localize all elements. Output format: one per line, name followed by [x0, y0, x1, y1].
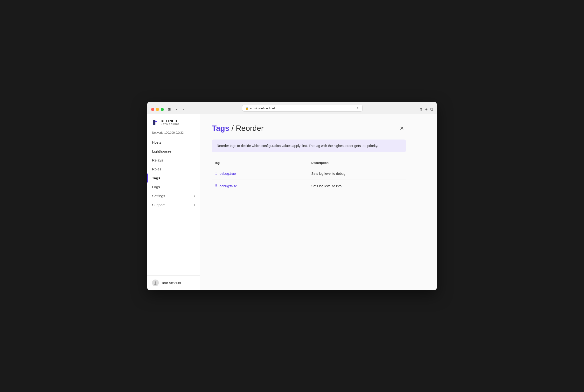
- chevron-down-icon-support: ▾: [194, 203, 195, 206]
- logo-sub-text: NETWORKING: [161, 123, 179, 126]
- network-label: Network: 100.100.0.0/22: [147, 130, 200, 138]
- share-button[interactable]: ⬆: [419, 107, 423, 112]
- page-header: Tags / Reorder ✕: [212, 124, 406, 133]
- app-layout: DEFINED NETWORKING Network: 100.100.0.0/…: [147, 114, 437, 290]
- page-title: Tags / Reorder: [212, 124, 264, 133]
- desc-cell-0: Sets log level to debug: [309, 168, 406, 179]
- svg-point-2: [155, 282, 156, 283]
- forward-button[interactable]: ›: [181, 107, 185, 112]
- logo-icon: [152, 119, 159, 126]
- drag-handle-icon-1[interactable]: ⠿: [214, 184, 217, 188]
- lock-icon: 🔒: [245, 107, 249, 110]
- sidebar-item-tags[interactable]: Tags: [147, 174, 200, 182]
- browser-action-buttons: ⬆ ＋ ⧉: [419, 107, 433, 112]
- main-content: Tags / Reorder ✕ Reorder tags to decide …: [200, 114, 437, 290]
- table-header: Tag Description: [212, 161, 406, 167]
- new-tab-button[interactable]: ＋: [425, 107, 428, 112]
- page-container: Tags / Reorder ✕ Reorder tags to decide …: [200, 114, 418, 202]
- sidebar-item-hosts-label: Hosts: [152, 140, 195, 144]
- tag-cell-0: ⠿ debug:true: [212, 168, 309, 179]
- sidebar-item-support-label: Support: [152, 203, 194, 207]
- drag-handle-icon[interactable]: ⠿: [214, 171, 217, 176]
- sidebar-item-roles-label: Roles: [152, 167, 195, 171]
- url-text: admin.defined.net: [250, 106, 275, 110]
- title-separator: / Reorder: [229, 124, 264, 132]
- col-header-description: Description: [309, 161, 406, 164]
- svg-rect-0: [153, 120, 155, 125]
- account-footer[interactable]: Your Account: [147, 276, 200, 290]
- sidebar-toggle-button[interactable]: ⊞: [167, 107, 172, 112]
- chevron-down-icon: ▾: [194, 194, 195, 198]
- account-label: Your Account: [161, 281, 181, 285]
- close-traffic-light[interactable]: [151, 108, 154, 111]
- sidebar-item-relays-label: Relays: [152, 158, 195, 162]
- tags-link[interactable]: Tags: [212, 124, 229, 132]
- back-button[interactable]: ‹: [175, 107, 179, 112]
- browser-controls-row: ⊞ ‹ › 🔒 admin.defined.net ↻ ⬆ ＋ ⧉: [151, 105, 433, 114]
- avatar: [152, 280, 159, 286]
- table-row: ⠿ debug:true Sets log level to debug: [212, 167, 406, 180]
- tabs-button[interactable]: ⧉: [430, 107, 433, 112]
- browser-window: ⊞ ‹ › 🔒 admin.defined.net ↻ ⬆ ＋ ⧉: [147, 102, 437, 290]
- close-button[interactable]: ✕: [398, 124, 406, 132]
- logo-main-text: DEFINED: [161, 119, 179, 123]
- svg-point-3: [154, 284, 157, 285]
- sidebar-item-tags-label: Tags: [152, 176, 195, 180]
- col-header-tag: Tag: [212, 161, 309, 164]
- tag-name-0[interactable]: debug:true: [220, 172, 236, 176]
- sidebar-item-roles[interactable]: Roles: [147, 164, 200, 174]
- table-row: ⠿ debug:false Sets log level to info: [212, 180, 406, 192]
- address-bar[interactable]: 🔒 admin.defined.net ↻: [242, 105, 363, 112]
- logo-text: DEFINED NETWORKING: [161, 119, 179, 125]
- maximize-traffic-light[interactable]: [161, 108, 164, 111]
- reload-icon[interactable]: ↻: [357, 106, 360, 110]
- desc-cell-1: Sets log level to info: [309, 181, 406, 192]
- sidebar-item-settings[interactable]: Settings ▾: [147, 192, 200, 200]
- traffic-lights: [151, 108, 164, 111]
- sidebar-item-hosts[interactable]: Hosts: [147, 138, 200, 147]
- sidebar-item-lighthouses[interactable]: Lighthouses: [147, 147, 200, 156]
- tag-cell-1: ⠿ debug:false: [212, 180, 309, 192]
- sidebar-item-logs[interactable]: Logs: [147, 182, 200, 192]
- sidebar-item-logs-label: Logs: [152, 185, 195, 189]
- info-banner: Reorder tags to decide which configurati…: [212, 140, 406, 152]
- sidebar-item-relays[interactable]: Relays: [147, 156, 200, 164]
- svg-rect-1: [155, 121, 157, 122]
- sidebar-item-settings-label: Settings: [152, 194, 194, 198]
- browser-chrome: ⊞ ‹ › 🔒 admin.defined.net ↻ ⬆ ＋ ⧉: [147, 102, 437, 114]
- minimize-traffic-light[interactable]: [156, 108, 159, 111]
- sidebar-logo: DEFINED NETWORKING: [147, 114, 200, 130]
- sidebar-nav: Hosts Lighthouses Relays Roles Tags Logs: [147, 138, 200, 276]
- sidebar-item-support[interactable]: Support ▾: [147, 200, 200, 209]
- tag-name-1[interactable]: debug:false: [220, 184, 237, 188]
- sidebar: DEFINED NETWORKING Network: 100.100.0.0/…: [147, 114, 200, 290]
- sidebar-item-lighthouses-label: Lighthouses: [152, 149, 195, 153]
